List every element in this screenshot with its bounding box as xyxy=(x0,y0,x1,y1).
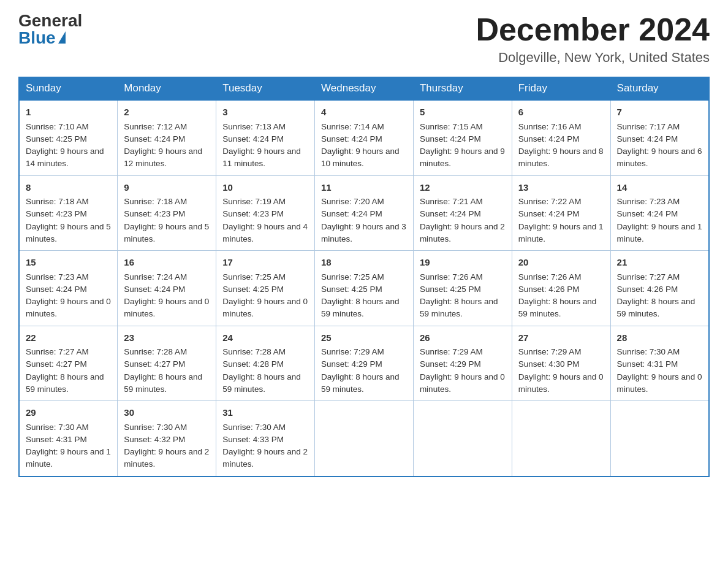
sunset-text: Sunset: 4:24 PM xyxy=(420,134,481,144)
calendar-cell: 18Sunrise: 7:25 AMSunset: 4:25 PMDayligh… xyxy=(315,251,414,326)
calendar-cell: 29Sunrise: 7:30 AMSunset: 4:31 PMDayligh… xyxy=(19,401,118,477)
calendar-cell: 19Sunrise: 7:26 AMSunset: 4:25 PMDayligh… xyxy=(413,251,512,326)
sunset-text: Sunset: 4:29 PM xyxy=(321,359,382,369)
logo-general-text: General xyxy=(18,12,82,29)
day-number: 15 xyxy=(26,256,111,270)
sunrise-text: Sunrise: 7:18 AM xyxy=(26,197,89,206)
day-number: 29 xyxy=(26,406,111,420)
sunset-text: Sunset: 4:24 PM xyxy=(222,134,284,144)
day-number: 11 xyxy=(321,181,407,195)
calendar-cell xyxy=(413,401,512,477)
calendar-cell: 7Sunrise: 7:17 AMSunset: 4:24 PMDaylight… xyxy=(610,100,709,175)
calendar-cell: 3Sunrise: 7:13 AMSunset: 4:24 PMDaylight… xyxy=(216,100,315,175)
logo-blue-text: Blue xyxy=(18,29,82,47)
daylight-text: Daylight: 9 hours and 5 minutes. xyxy=(124,222,209,243)
sunrise-text: Sunrise: 7:21 AM xyxy=(420,197,483,206)
day-number: 24 xyxy=(222,331,308,345)
calendar-cell: 26Sunrise: 7:29 AMSunset: 4:29 PMDayligh… xyxy=(413,326,512,401)
weekday-header-friday: Friday xyxy=(512,77,610,101)
day-number: 9 xyxy=(124,181,210,195)
sunset-text: Sunset: 4:24 PM xyxy=(124,285,185,294)
sunrise-text: Sunrise: 7:25 AM xyxy=(222,272,286,282)
calendar-cell: 11Sunrise: 7:20 AMSunset: 4:24 PMDayligh… xyxy=(315,175,414,251)
calendar-cell: 8Sunrise: 7:18 AMSunset: 4:23 PMDaylight… xyxy=(19,175,118,251)
logo-triangle-icon xyxy=(58,31,66,44)
sunrise-text: Sunrise: 7:25 AM xyxy=(321,272,384,282)
weekday-header-wednesday: Wednesday xyxy=(315,77,414,101)
sunset-text: Sunset: 4:27 PM xyxy=(26,359,87,369)
daylight-text: Daylight: 9 hours and 9 minutes. xyxy=(420,147,505,168)
calendar-cell: 10Sunrise: 7:19 AMSunset: 4:23 PMDayligh… xyxy=(216,175,315,251)
day-number: 31 xyxy=(222,406,308,420)
calendar-cell xyxy=(315,401,414,477)
calendar-cell: 2Sunrise: 7:12 AMSunset: 4:24 PMDaylight… xyxy=(118,100,216,175)
calendar-cell: 24Sunrise: 7:28 AMSunset: 4:28 PMDayligh… xyxy=(216,326,315,401)
day-number: 25 xyxy=(321,331,407,345)
sunrise-text: Sunrise: 7:19 AM xyxy=(222,197,286,206)
sunrise-text: Sunrise: 7:17 AM xyxy=(617,122,680,131)
calendar-cell: 9Sunrise: 7:18 AMSunset: 4:23 PMDaylight… xyxy=(118,175,216,251)
day-number: 21 xyxy=(617,256,702,270)
sunset-text: Sunset: 4:24 PM xyxy=(617,134,678,144)
daylight-text: Daylight: 9 hours and 0 minutes. xyxy=(518,372,604,394)
day-number: 4 xyxy=(321,105,407,120)
daylight-text: Daylight: 9 hours and 0 minutes. xyxy=(26,297,111,318)
daylight-text: Daylight: 9 hours and 6 minutes. xyxy=(617,147,702,168)
day-number: 2 xyxy=(124,105,210,120)
sunset-text: Sunset: 4:26 PM xyxy=(617,285,678,294)
day-number: 7 xyxy=(617,105,702,120)
sunrise-text: Sunrise: 7:14 AM xyxy=(321,122,384,131)
daylight-text: Daylight: 8 hours and 59 minutes. xyxy=(518,297,597,318)
sunset-text: Sunset: 4:27 PM xyxy=(124,359,185,369)
calendar-cell: 23Sunrise: 7:28 AMSunset: 4:27 PMDayligh… xyxy=(118,326,216,401)
daylight-text: Daylight: 9 hours and 2 minutes. xyxy=(124,447,209,469)
sunset-text: Sunset: 4:23 PM xyxy=(124,209,185,218)
sunrise-text: Sunrise: 7:29 AM xyxy=(420,347,483,356)
daylight-text: Daylight: 8 hours and 59 minutes. xyxy=(617,297,696,318)
sunrise-text: Sunrise: 7:26 AM xyxy=(518,272,582,282)
sunset-text: Sunset: 4:25 PM xyxy=(26,134,87,144)
sunrise-text: Sunrise: 7:29 AM xyxy=(518,347,582,356)
sunset-text: Sunset: 4:24 PM xyxy=(617,209,678,218)
sunset-text: Sunset: 4:32 PM xyxy=(124,435,185,444)
sunset-text: Sunset: 4:24 PM xyxy=(321,209,382,218)
calendar-cell: 4Sunrise: 7:14 AMSunset: 4:24 PMDaylight… xyxy=(315,100,414,175)
calendar-cell xyxy=(610,401,709,477)
weekday-header-row: SundayMondayTuesdayWednesdayThursdayFrid… xyxy=(19,77,709,101)
daylight-text: Daylight: 8 hours and 59 minutes. xyxy=(26,372,104,394)
sunrise-text: Sunrise: 7:23 AM xyxy=(26,272,89,282)
calendar-week-row: 22Sunrise: 7:27 AMSunset: 4:27 PMDayligh… xyxy=(19,326,709,401)
daylight-text: Daylight: 9 hours and 2 minutes. xyxy=(420,222,505,243)
sunrise-text: Sunrise: 7:30 AM xyxy=(617,347,680,356)
day-number: 5 xyxy=(420,105,506,120)
sunrise-text: Sunrise: 7:16 AM xyxy=(518,122,582,131)
sunset-text: Sunset: 4:24 PM xyxy=(321,134,382,144)
weekday-header-tuesday: Tuesday xyxy=(216,77,315,101)
sunset-text: Sunset: 4:24 PM xyxy=(26,285,87,294)
weekday-header-monday: Monday xyxy=(118,77,216,101)
day-number: 20 xyxy=(518,256,604,270)
calendar-cell: 21Sunrise: 7:27 AMSunset: 4:26 PMDayligh… xyxy=(610,251,709,326)
daylight-text: Daylight: 8 hours and 59 minutes. xyxy=(321,372,400,394)
logo: General Blue xyxy=(18,12,82,47)
sunrise-text: Sunrise: 7:28 AM xyxy=(222,347,286,356)
daylight-text: Daylight: 9 hours and 1 minute. xyxy=(518,222,604,243)
sunrise-text: Sunrise: 7:15 AM xyxy=(420,122,483,131)
calendar-cell xyxy=(512,401,610,477)
calendar-table: SundayMondayTuesdayWednesdayThursdayFrid… xyxy=(18,77,710,477)
day-number: 6 xyxy=(518,105,604,120)
weekday-header-thursday: Thursday xyxy=(413,77,512,101)
day-number: 28 xyxy=(617,331,702,345)
calendar-cell: 22Sunrise: 7:27 AMSunset: 4:27 PMDayligh… xyxy=(19,326,118,401)
day-number: 1 xyxy=(26,105,111,120)
daylight-text: Daylight: 8 hours and 59 minutes. xyxy=(124,372,202,394)
day-number: 10 xyxy=(222,181,308,195)
calendar-week-row: 29Sunrise: 7:30 AMSunset: 4:31 PMDayligh… xyxy=(19,401,709,477)
title-section: December 2024 Dolgeville, New York, Unit… xyxy=(476,12,710,66)
calendar-cell: 5Sunrise: 7:15 AMSunset: 4:24 PMDaylight… xyxy=(413,100,512,175)
day-number: 12 xyxy=(420,181,506,195)
calendar-week-row: 1Sunrise: 7:10 AMSunset: 4:25 PMDaylight… xyxy=(19,100,709,175)
daylight-text: Daylight: 9 hours and 1 minute. xyxy=(617,222,702,243)
daylight-text: Daylight: 9 hours and 14 minutes. xyxy=(26,147,104,168)
page-header: General Blue December 2024 Dolgeville, N… xyxy=(18,12,710,66)
